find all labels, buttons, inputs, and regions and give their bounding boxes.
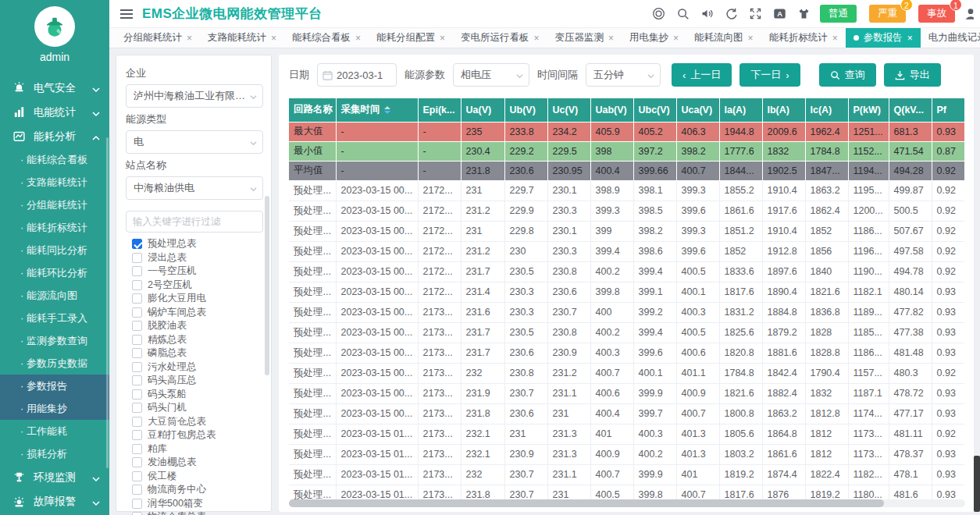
table-row[interactable]: 预处理...2023-03-15 01...2173...232230.7231… — [289, 464, 964, 485]
volume-icon[interactable] — [700, 7, 714, 20]
tree-node[interactable]: 码头门机 — [126, 401, 263, 415]
sidebar-group-item[interactable]: 环境监测 — [0, 465, 109, 489]
close-icon[interactable]: × — [440, 33, 445, 44]
checkbox[interactable] — [132, 293, 142, 304]
tab[interactable]: 能耗综合看板× — [284, 28, 369, 48]
station-select[interactable]: 中海粮油供电 — [126, 176, 263, 200]
alarm-level-badge[interactable]: 普通 — [820, 5, 857, 23]
close-icon[interactable]: × — [534, 33, 540, 44]
alarm-level-badge[interactable]: 严重2 — [869, 5, 906, 23]
checkbox[interactable] — [132, 266, 142, 276]
tab[interactable]: 能耗分组配置× — [369, 28, 453, 48]
checkbox[interactable] — [132, 499, 142, 509]
tree-node[interactable]: 粕库 — [126, 442, 263, 456]
sidebar-group-item[interactable]: 能耗分析 — [0, 124, 109, 148]
tab[interactable]: 变电所运行看板× — [453, 28, 547, 48]
sidebar-scrollbar[interactable] — [106, 137, 109, 468]
table-row[interactable]: 预处理...2023-03-15 01...2173...232.1231231… — [289, 424, 964, 444]
sidebar-sub-item[interactable]: 支路能耗统计 — [0, 171, 109, 194]
tree-node[interactable]: 润华500箱变 — [126, 497, 263, 511]
close-icon[interactable]: × — [907, 33, 913, 44]
tree-node[interactable]: 码头泵船 — [126, 388, 263, 402]
tree-node[interactable]: 脱胶油表 — [126, 319, 263, 333]
table-row[interactable]: 预处理...2023-03-15 00...2172...231.2230230… — [289, 241, 964, 261]
sidebar-sub-item[interactable]: 用能集抄 — [0, 397, 109, 420]
tree-node[interactable]: 浸出总表 — [126, 251, 263, 265]
energy-param-select[interactable]: 相电压 — [453, 63, 529, 87]
checkbox[interactable] — [132, 348, 142, 358]
checkbox[interactable] — [132, 335, 142, 345]
keyword-filter-input[interactable] — [126, 211, 263, 233]
close-icon[interactable]: × — [748, 33, 754, 44]
checkbox[interactable] — [132, 471, 142, 481]
table-row[interactable]: 预处理...2023-03-15 00...2172...231.4230.32… — [289, 282, 964, 302]
export-button[interactable]: 导出 — [884, 63, 941, 87]
sidebar-sub-item[interactable]: 参数历史数据 — [0, 352, 109, 375]
checkbox[interactable] — [132, 485, 142, 495]
checkbox[interactable] — [132, 362, 142, 372]
enterprise-select[interactable]: 泸州中海粮油工业有限公司 — [126, 84, 263, 108]
table-row[interactable]: 预处理...2023-03-15 00...2172...231.7230.52… — [289, 261, 964, 282]
tab[interactable]: 电力曲线记录× — [921, 28, 980, 48]
sidebar-sub-item[interactable]: 能耗折标统计 — [0, 216, 109, 239]
table-row[interactable]: 预处理...2023-03-15 01...2173...232.1230.92… — [289, 444, 964, 464]
tab[interactable]: 能耗折标统计× — [761, 28, 846, 48]
tree-node[interactable]: 物流商务中心 — [126, 483, 263, 497]
search-icon[interactable] — [676, 7, 690, 20]
table-row[interactable]: 预处理...2023-03-15 00...2173...231.9230.72… — [289, 383, 964, 403]
energy-type-select[interactable]: 电 — [126, 130, 263, 154]
checkbox[interactable] — [132, 444, 142, 454]
close-icon[interactable]: × — [271, 33, 276, 44]
close-icon[interactable]: × — [608, 33, 614, 44]
theme-icon[interactable] — [797, 7, 811, 20]
sidebar-sub-item[interactable]: 参数报告 — [0, 375, 109, 397]
alarm-level-badge[interactable]: 事故1 — [918, 5, 955, 23]
tree-node[interactable]: 磷脂总表 — [126, 346, 263, 360]
sidebar-sub-item[interactable]: 工作能耗 — [0, 420, 109, 442]
sidebar-sub-item[interactable]: 能源流向图 — [0, 284, 109, 307]
tree-node[interactable]: 物流仓库总表 — [126, 510, 263, 515]
interval-select[interactable]: 五分钟 — [586, 63, 661, 87]
tree-node[interactable]: 一号空压机 — [126, 265, 263, 279]
tab[interactable]: 支路能耗统计× — [200, 28, 284, 48]
tree-node[interactable]: 锅炉车间总表 — [126, 306, 263, 320]
contrast-icon[interactable] — [652, 7, 665, 20]
tree-scrollbar[interactable] — [265, 196, 269, 375]
table-row[interactable]: 预处理...2023-03-15 00...2173...231.7230.62… — [289, 343, 964, 363]
column-header[interactable]: 采集时间 — [336, 98, 418, 122]
checkbox[interactable] — [132, 280, 142, 290]
sidebar-group-item[interactable]: 故障报警 — [0, 489, 109, 513]
date-picker[interactable]: 2023-03-1 — [317, 63, 397, 87]
table-row[interactable]: 预处理...2023-03-15 00...2173...231.8230.62… — [289, 403, 964, 424]
checkbox[interactable] — [132, 457, 142, 467]
sidebar-sub-item[interactable]: 能耗同比分析 — [0, 239, 109, 261]
query-button[interactable]: 查询 — [819, 63, 876, 87]
tab[interactable]: 用电集抄× — [622, 28, 686, 48]
checkbox[interactable] — [132, 512, 142, 515]
checkbox[interactable] — [132, 253, 142, 263]
tree-node[interactable]: 码头高压总 — [126, 374, 263, 388]
tree-node[interactable]: 污水处理总 — [126, 360, 263, 375]
sidebar-sub-item[interactable]: 能耗环比分析 — [0, 261, 109, 284]
sort-icon[interactable] — [384, 106, 390, 114]
tree-node[interactable]: 精炼总表 — [126, 333, 263, 347]
tree-node[interactable]: 大豆筒仓总表 — [126, 415, 263, 429]
close-icon[interactable]: × — [355, 33, 361, 44]
sidebar-sub-item[interactable]: 分组能耗统计 — [0, 194, 109, 216]
fullscreen-icon[interactable] — [749, 7, 762, 20]
checkbox[interactable] — [132, 403, 142, 413]
horizontal-scrollbar[interactable] — [289, 499, 965, 507]
sidebar-sub-item[interactable]: 能耗手工录入 — [0, 307, 109, 329]
checkbox[interactable] — [132, 239, 142, 249]
table-row[interactable]: 预处理...2023-03-15 00...2173...232230.8231… — [289, 363, 964, 383]
close-icon[interactable]: × — [832, 33, 838, 44]
checkbox[interactable] — [132, 430, 142, 440]
sidebar-group-item[interactable]: 电气安全 — [0, 76, 109, 100]
next-day-button[interactable]: 下一日 › — [739, 63, 800, 87]
tree-node[interactable]: 膨化大豆用电 — [126, 292, 263, 306]
page-scrollbar[interactable] — [974, 456, 980, 512]
refresh-icon[interactable] — [725, 7, 738, 20]
tab[interactable]: 能耗流向图× — [686, 28, 761, 48]
checkbox[interactable] — [132, 321, 142, 331]
tree-node[interactable]: 2号空压机 — [126, 279, 263, 293]
